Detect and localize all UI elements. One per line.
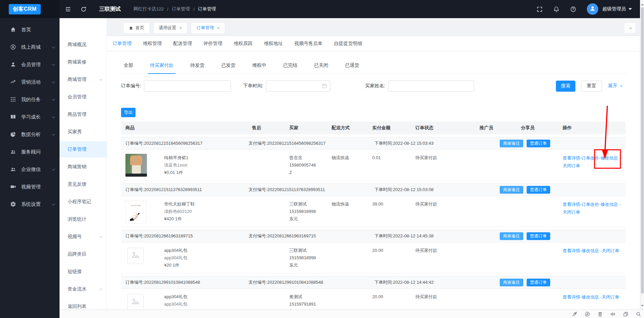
close-icon[interactable]: × bbox=[217, 26, 220, 30]
sidebar-item[interactable]: 系统设置 bbox=[0, 195, 60, 213]
help-icon[interactable] bbox=[569, 5, 577, 13]
status-tab[interactable]: 已完结 bbox=[281, 57, 299, 74]
submenu-item[interactable]: 返回列表 bbox=[60, 299, 107, 310]
compose-icon[interactable] bbox=[584, 311, 590, 317]
page-scrollbar[interactable] bbox=[640, 0, 644, 310]
submenu-item[interactable]: 商城概况 bbox=[60, 37, 107, 53]
submenu-item[interactable]: 订单管理 bbox=[60, 141, 107, 157]
submenu-item[interactable]: 意见反馈 bbox=[60, 176, 107, 192]
status-tab[interactable]: 已发货 bbox=[219, 57, 237, 74]
order-actions[interactable]: 查看详情-修改信息 -关闭订单 bbox=[563, 293, 624, 301]
product-info: 华伦天奴柳丁鞋 淡粉色602120 ¥420 1件 bbox=[164, 200, 195, 223]
module-tab[interactable]: 自提提货明细 bbox=[328, 36, 368, 51]
scrollbar-thumb[interactable] bbox=[641, 7, 644, 293]
module-tab[interactable]: 维权原因 bbox=[228, 36, 258, 51]
submenu-item[interactable]: 商品管理 bbox=[60, 106, 107, 123]
menu-fold-icon[interactable] bbox=[64, 5, 72, 13]
open-tab[interactable]: 通用设置 × bbox=[154, 23, 187, 33]
product-spec: 浅蓝色1xxxl bbox=[164, 162, 188, 169]
close-icon[interactable]: × bbox=[179, 26, 182, 30]
merchant-note-badge[interactable]: 商家备注 bbox=[500, 279, 523, 286]
module-tab[interactable]: 订单管理 bbox=[107, 36, 137, 51]
sidebar-item[interactable]: 营销活动 bbox=[0, 73, 60, 91]
avatar[interactable] bbox=[587, 3, 598, 15]
search-button[interactable]: 搜索 bbox=[556, 81, 575, 92]
order-actions[interactable]: 查看详情-修改信息 -关闭订单 bbox=[563, 247, 624, 255]
sidebar-item[interactable]: 企业微信 bbox=[0, 161, 60, 178]
module-tab[interactable]: 维权地址 bbox=[258, 36, 289, 51]
scroll-up-arrow-icon[interactable] bbox=[641, 2, 644, 5]
open-tab-label: 通用设置 bbox=[159, 25, 176, 31]
status-tab[interactable]: 已关闭 bbox=[312, 57, 330, 74]
zoom-icon[interactable] bbox=[636, 311, 641, 317]
fullscreen-icon[interactable] bbox=[536, 5, 543, 13]
buyer-name-input[interactable] bbox=[388, 80, 474, 92]
export-button[interactable]: 导出 bbox=[121, 108, 136, 117]
module-tab[interactable]: 配送管理 bbox=[167, 36, 198, 51]
merchant-note-badge[interactable]: 商家备注 bbox=[500, 186, 523, 194]
submenu-item[interactable]: 买家秀 bbox=[60, 124, 107, 140]
window-icon[interactable] bbox=[623, 311, 629, 317]
sidebar-item[interactable]: 首页 bbox=[0, 21, 60, 38]
status-tab[interactable]: 待买家付款 bbox=[148, 57, 176, 74]
reset-button[interactable]: 重置 bbox=[581, 81, 602, 92]
submenu-item[interactable]: 视频号 bbox=[60, 229, 107, 245]
submenu-item[interactable]: 小程序笔记 bbox=[60, 194, 107, 210]
sidebar-item[interactable]: 学习成长 bbox=[0, 108, 60, 126]
order-no-input[interactable] bbox=[144, 80, 231, 92]
module-tab[interactable]: 评价管理 bbox=[198, 36, 228, 51]
expand-link[interactable]: 展开 bbox=[608, 83, 622, 89]
merchant-note-badge[interactable]: 商家备注 bbox=[500, 140, 523, 147]
breadcrumb-item[interactable]: 网红打卡店122 bbox=[134, 6, 164, 12]
submenu-item[interactable]: 商城营销 bbox=[60, 159, 107, 175]
open-tab[interactable]: 首页 bbox=[124, 23, 149, 33]
sidebar-item[interactable]: 会员管理 bbox=[0, 56, 60, 73]
sidebar-item[interactable]: 视频管理 bbox=[0, 178, 60, 195]
submenu-item-label: 商品管理 bbox=[68, 111, 86, 118]
submenu-item[interactable]: 商城管理 bbox=[60, 72, 107, 88]
promoter-cell bbox=[475, 196, 517, 227]
sidebar-item-label: 我的任务 bbox=[21, 96, 41, 103]
home-icon bbox=[129, 26, 133, 30]
scroll-down-arrow-icon[interactable] bbox=[641, 305, 644, 308]
breadcrumb-item[interactable]: 订单管理 bbox=[172, 6, 190, 12]
promoter-cell bbox=[475, 289, 517, 310]
order-actions[interactable]: 查看详情-订单改价-修改信息 -关闭订单 bbox=[563, 154, 624, 170]
merchant-note-badge[interactable]: 商家备注 bbox=[500, 232, 523, 240]
reload-icon[interactable] bbox=[80, 5, 87, 13]
product-price: ¥0.01 1件 bbox=[164, 169, 188, 176]
image-placeholder-icon bbox=[131, 297, 140, 308]
breadcrumb-item[interactable]: 订单管理 bbox=[198, 6, 216, 12]
submenu-item[interactable]: 会员管理 bbox=[60, 89, 107, 105]
sidebar-item[interactable]: 服务顾问 bbox=[0, 143, 60, 161]
module-tab[interactable]: 维权管理 bbox=[137, 36, 167, 51]
submenu-item[interactable]: 短链接 bbox=[60, 264, 107, 280]
status-tab[interactable]: 已退货 bbox=[343, 57, 361, 74]
module-tab[interactable]: 视频号售后单 bbox=[289, 36, 328, 51]
bell-icon[interactable] bbox=[553, 5, 560, 13]
tabs-dropdown-button[interactable] bbox=[624, 23, 635, 33]
sidebar-item[interactable]: 数据分析 bbox=[0, 126, 60, 143]
submenu-item[interactable]: 品牌类目 bbox=[60, 246, 107, 262]
status-tab[interactable]: 待发货 bbox=[188, 57, 206, 74]
sidebar-item[interactable]: 我的任务 bbox=[0, 91, 60, 108]
order-actions[interactable]: 查看详情-订单改价-修改信息 -关闭订单 bbox=[563, 200, 624, 216]
submenu-item[interactable]: 资金流水 bbox=[60, 281, 107, 297]
logo[interactable]: 创客CRM bbox=[9, 4, 41, 14]
speaker-icon[interactable] bbox=[610, 311, 616, 317]
submenu-item[interactable]: 商城装修 bbox=[60, 54, 107, 70]
open-tab[interactable]: 订单管理 × bbox=[191, 23, 225, 33]
trash-icon[interactable] bbox=[597, 311, 603, 317]
sidebar-item[interactable]: 线上商城 bbox=[0, 38, 60, 56]
status-tab[interactable]: 全部 bbox=[122, 57, 135, 74]
submenu-item[interactable]: 浏览统计 bbox=[60, 211, 107, 227]
buyer-nick: 东元 bbox=[289, 215, 325, 223]
calendar-icon[interactable] bbox=[321, 83, 327, 89]
order-time-input[interactable] bbox=[266, 80, 330, 92]
caret-down-icon[interactable] bbox=[629, 8, 632, 12]
current-user[interactable]: 超级管理员 bbox=[602, 6, 626, 12]
product-spec: app304礼包 bbox=[164, 301, 187, 308]
order-detail-row: app304礼包 app304礼包 ¥20 1件 黄测试 15159791891 bbox=[121, 289, 626, 310]
status-tab[interactable]: 维权中 bbox=[250, 57, 268, 74]
rocket-icon[interactable] bbox=[572, 311, 577, 317]
